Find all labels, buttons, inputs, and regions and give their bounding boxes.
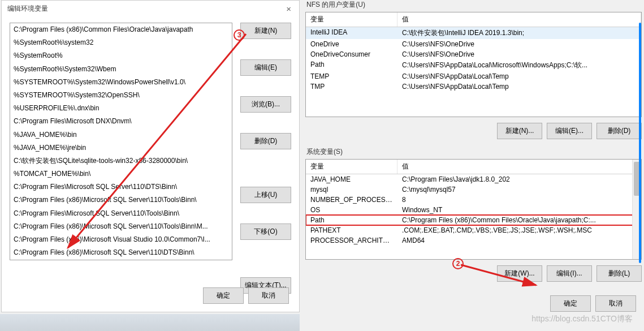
browse-button[interactable]: 浏览(B)... — [240, 96, 291, 113]
move-down-button[interactable]: 下移(O) — [240, 223, 291, 240]
path-row[interactable]: %JAVA_HOME%\jre\bin — [10, 141, 232, 154]
user-vars-table[interactable]: 变量 值 IntelliJ IDEAC:\软件安装包\IntelliJ IDEA… — [305, 12, 642, 117]
user-vars-group: NFS 的用户变量(U) 变量 值 IntelliJ IDEAC:\软件安装包\… — [305, 0, 642, 139]
user-edit-button[interactable]: 编辑(E)... — [547, 123, 592, 139]
annotation-2: 2 — [452, 258, 464, 269]
cell-var: OneDrive — [306, 40, 397, 49]
cancel-button[interactable]: 取消 — [248, 287, 289, 304]
cell-val: .COM;.EXE;.BAT;.CMD;.VBS;.VBE;.JS;.JSE;.… — [397, 226, 641, 235]
table-row[interactable]: JAVA_HOMEC:\Program Files\Java\jdk1.8.0_… — [306, 174, 641, 184]
table-row[interactable]: PROCESSOR_ARCHITECT...AMD64 — [306, 235, 641, 246]
cell-var: OneDriveConsumer — [306, 50, 397, 59]
path-row[interactable]: C:\Program Files\Microsoft DNX\Dnvm\ — [10, 115, 232, 128]
cell-var: PATHEXT — [306, 226, 397, 235]
sys-vars-table[interactable]: 变量 值 JAVA_HOMEC:\Program Files\Java\jdk1… — [305, 159, 642, 260]
background-strip — [0, 314, 300, 331]
cell-val: Windows_NT — [397, 205, 641, 214]
cell-var: mysql — [306, 185, 397, 194]
path-row[interactable]: %USERPROFILE%\.dnx\bin — [10, 102, 232, 115]
watermark: https://blog.csdn.51CTO博客 — [531, 314, 633, 324]
col-var: 变量 — [306, 12, 397, 27]
table-row[interactable]: NUMBER_OF_PROCESSORS8 — [306, 195, 641, 205]
table-header: 变量 值 — [306, 160, 641, 174]
right-button-column: 新建(N) 编辑(E) 浏览(B)... 删除(D) 上移(U) 下移(O) 编… — [240, 23, 291, 294]
path-row[interactable]: C:\Program Files\Microsoft SQL Server\11… — [10, 207, 232, 220]
cell-val: C:\Program Files (x86)\Common Files\Orac… — [397, 216, 641, 225]
table-row[interactable]: PathC:\Users\NFS\AppData\Local\Microsoft… — [306, 59, 641, 71]
delete-button[interactable]: 删除(D) — [240, 133, 291, 149]
cell-val: C:\Users\NFS\AppData\Local\Microsoft\Win… — [397, 60, 641, 71]
path-row[interactable]: %JAVA_HOME%\bin — [10, 128, 232, 141]
dialog-title: 编辑环境变量 — [7, 4, 48, 14]
cell-val: 8 — [397, 195, 641, 204]
path-row[interactable]: %SYSTEMROOT%\System32\WindowsPowerShell\… — [10, 76, 232, 89]
sys-edit-button[interactable]: 编辑(I)... — [547, 265, 592, 282]
path-list[interactable]: C:\Program Files (x86)\Common Files\Orac… — [10, 23, 232, 260]
annotation-3: 3 — [234, 29, 245, 41]
cell-val: C:\Program Files\Java\jdk1.8.0_202 — [397, 175, 641, 184]
path-row[interactable]: %SystemRoot%\system32 — [10, 36, 232, 49]
cell-var: OS — [306, 205, 397, 214]
cell-val: C:\Users\NFS\OneDrive — [397, 50, 641, 59]
path-row[interactable]: C:\Program Files (x86)\Microsoft SQL Ser… — [10, 194, 232, 207]
table-row[interactable]: TEMPC:\Users\NFS\AppData\Local\Temp — [306, 71, 641, 81]
path-row[interactable]: C:\软件安装包\SQLite\sqlite-tools-win32-x86-3… — [10, 154, 232, 167]
cell-val: C:\Users\NFS\AppData\Local\Temp — [397, 72, 641, 81]
cell-val: C:\mysql\mysql57 — [397, 185, 641, 194]
edit-button[interactable]: 编辑(E) — [240, 59, 291, 76]
col-val: 值 — [397, 160, 641, 174]
edit-env-dialog: 编辑环境变量 × C:\Program Files (x86)\Common F… — [1, 0, 300, 312]
path-row[interactable]: %TOMCAT_HOME%\bin\ — [10, 167, 232, 180]
ok-button[interactable]: 确定 — [203, 287, 244, 304]
path-row[interactable]: C:\Program Files (x86)\Microsoft SQL Ser… — [10, 220, 232, 233]
cell-var: IntelliJ IDEA — [306, 28, 397, 38]
move-up-button[interactable]: 上移(U) — [240, 187, 291, 203]
path-row[interactable]: C:\Program Files (x86)\Microsoft Visual … — [10, 233, 232, 246]
col-var: 变量 — [306, 160, 397, 174]
sys-vars-label: 系统变量(S) — [305, 147, 642, 157]
sys-vars-group: 系统变量(S) 变量 值 JAVA_HOMEC:\Program Files\J… — [305, 147, 642, 282]
path-row[interactable]: %mysql%\bin — [10, 259, 232, 260]
new-button[interactable]: 新建(N) — [240, 23, 291, 39]
cell-var: TEMP — [306, 72, 397, 81]
table-row[interactable]: OneDriveC:\Users\NFS\OneDrive — [306, 39, 641, 49]
table-row[interactable]: mysqlC:\mysql\mysql57 — [306, 184, 641, 195]
ok-button[interactable]: 确定 — [550, 295, 591, 312]
user-delete-button[interactable]: 删除(D) — [597, 123, 642, 139]
table-row[interactable]: OSWindows_NT — [306, 205, 641, 215]
cell-var: Path — [306, 216, 397, 225]
path-row[interactable]: %SystemRoot% — [10, 49, 232, 62]
path-row[interactable]: %SYSTEMROOT%\System32\OpenSSH\ — [10, 89, 232, 102]
cell-var: PROCESSOR_ARCHITECT... — [306, 236, 397, 245]
cell-val: C:\Users\NFS\AppData\Local\Temp — [397, 82, 641, 91]
dialog-titlebar: 编辑环境变量 × — [2, 1, 299, 17]
user-vars-label: NFS 的用户变量(U) — [305, 0, 642, 10]
cell-var: JAVA_HOME — [306, 175, 397, 184]
cell-var: TMP — [306, 82, 397, 91]
cell-val: AMD64 — [397, 236, 641, 245]
cell-val: C:\Users\NFS\OneDrive — [397, 40, 641, 49]
cancel-button[interactable]: 取消 — [595, 295, 636, 312]
panel-scrollbar[interactable] — [639, 23, 641, 263]
cell-val: C:\软件安装包\IntelliJ IDEA 2019.1.3\bin; — [397, 28, 641, 38]
table-row[interactable]: TMPC:\Users\NFS\AppData\Local\Temp — [306, 81, 641, 92]
col-val: 值 — [397, 12, 641, 27]
table-row[interactable]: OneDriveConsumerC:\Users\NFS\OneDrive — [306, 49, 641, 59]
user-new-button[interactable]: 新建(N)... — [497, 123, 542, 139]
cell-var: Path — [306, 60, 397, 71]
cell-var: NUMBER_OF_PROCESSORS — [306, 195, 397, 204]
close-icon[interactable]: × — [284, 4, 293, 14]
table-header: 变量 值 — [306, 12, 641, 27]
table-row[interactable]: PATHEXT.COM;.EXE;.BAT;.CMD;.VBS;.VBE;.JS… — [306, 225, 641, 235]
path-row[interactable]: C:\Program Files (x86)\Microsoft SQL Ser… — [10, 246, 232, 259]
sys-new-button[interactable]: 新建(W)... — [497, 265, 542, 282]
path-row[interactable]: %SystemRoot%\System32\Wbem — [10, 63, 232, 76]
sys-delete-button[interactable]: 删除(L) — [597, 265, 642, 282]
env-vars-panel: NFS 的用户变量(U) 变量 值 IntelliJ IDEAC:\软件安装包\… — [305, 0, 642, 314]
path-row[interactable]: C:\Program Files\Microsoft SQL Server\11… — [10, 180, 232, 194]
table-row[interactable]: PathC:\Program Files (x86)\Common Files\… — [306, 215, 641, 225]
table-row[interactable]: IntelliJ IDEAC:\软件安装包\IntelliJ IDEA 2019… — [306, 27, 641, 39]
path-row[interactable]: C:\Program Files (x86)\Common Files\Orac… — [10, 23, 232, 36]
